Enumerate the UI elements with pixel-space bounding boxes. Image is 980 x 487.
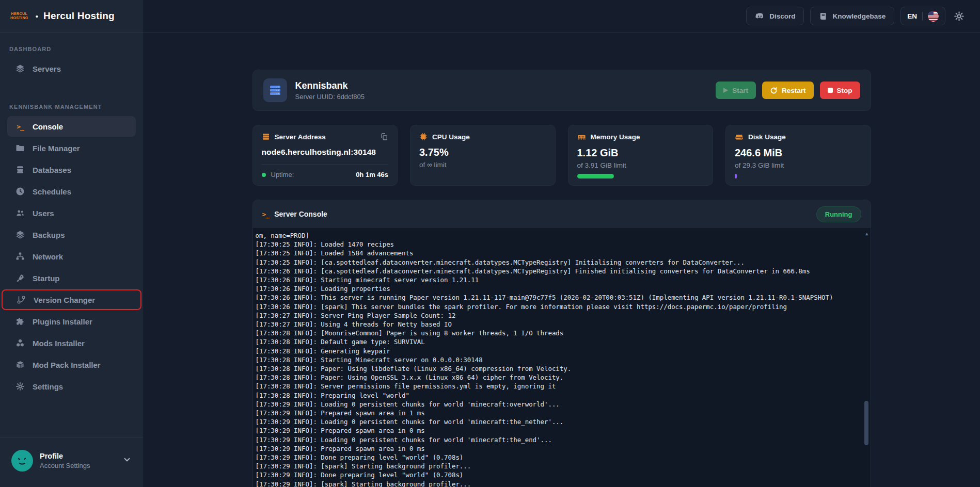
cpu-icon <box>419 133 428 141</box>
console-log-line: [17:30:26 INFO]: [ca.spottedleaf.datacon… <box>256 267 857 275</box>
server-address-value: node6.herculhosting.nl:30148 <box>262 148 389 157</box>
brand-logo-line2: HOSTING <box>10 16 28 20</box>
sidebar-item-network[interactable]: Network <box>7 246 136 267</box>
disk-limit: of 29.3 GiB limit <box>735 161 862 169</box>
sidebar-item-label: Databases <box>33 166 71 174</box>
console-log[interactable]: om, name=PROD][17:30:25 INFO]: Loaded 14… <box>253 228 871 487</box>
brand-logo-icon: HERCUL HOSTING <box>10 12 28 20</box>
git-branch-icon <box>17 295 26 304</box>
sidebar-item-settings[interactable]: Settings <box>7 376 136 397</box>
uptime-status-dot <box>262 173 266 177</box>
server-address-card: Server Address node6.herculhosting.nl:30… <box>252 125 398 186</box>
sidebar-item-label: Startup <box>33 274 60 283</box>
language-button[interactable]: EN <box>900 7 945 25</box>
profile-button[interactable]: Profile Account Settings <box>0 437 143 487</box>
folder-icon <box>15 143 25 153</box>
brand-bullet: • <box>36 12 38 21</box>
sidebar-item-backups[interactable]: Backups <box>7 224 136 245</box>
copy-icon[interactable] <box>380 133 388 141</box>
console-log-line: [17:30:26 INFO]: Starting minecraft serv… <box>256 275 857 284</box>
server-actions: Start Restart Stop <box>716 82 860 99</box>
sidebar-item-databases[interactable]: Databases <box>7 159 136 180</box>
network-icon <box>15 252 25 261</box>
server-uuid: Server UUID: 6ddcf805 <box>295 93 708 101</box>
layers-icon <box>15 64 25 73</box>
sidebar-item-label: Mods Installer <box>33 339 85 348</box>
stop-icon <box>828 88 833 93</box>
console-log-line: [17:30:29 INFO]: Loading 0 persistent ch… <box>256 400 857 409</box>
console-log-line: [17:30:28 INFO]: Paper: Using libdeflate… <box>256 364 857 373</box>
scroll-up-arrow-icon[interactable]: ▲ <box>865 230 868 238</box>
sidebar-item-mods-installer[interactable]: Mods Installer <box>7 333 136 353</box>
stop-label: Stop <box>837 87 852 94</box>
open-box-icon <box>15 360 25 369</box>
brand[interactable]: HERCUL HOSTING • Hercul Hosting <box>0 0 143 33</box>
sidebar-item-label: Network <box>33 252 63 261</box>
stop-button[interactable]: Stop <box>820 82 860 99</box>
server-address-icon <box>262 133 270 141</box>
sidebar-item-label: Mod Pack Installer <box>33 361 101 369</box>
memory-limit: of 3.91 GiB limit <box>577 161 704 169</box>
database-icon <box>15 165 25 174</box>
console-log-line: [17:30:29 INFO]: [spark] Starting backgr… <box>256 462 857 470</box>
disk-title: Disk Usage <box>748 133 862 141</box>
sidebar-item-servers[interactable]: Servers <box>7 58 136 79</box>
console-log-line: [17:30:25 INFO]: Loaded 1584 advancement… <box>256 249 857 257</box>
sidebar-item-label: Settings <box>33 382 63 391</box>
console-title: Server Console <box>274 210 811 218</box>
knowledgebase-button[interactable]: Knowledgebase <box>810 7 894 25</box>
console-log-line: [17:30:28 INFO]: Server permissions file… <box>256 382 857 391</box>
console-log-line: [17:30:28 INFO]: Preparing level "world" <box>256 391 857 400</box>
sidebar-item-console[interactable]: >_ Console <box>7 116 136 137</box>
memory-title: Memory Usage <box>591 133 704 141</box>
console-log-line: [17:30:26 INFO]: This server is running … <box>256 293 857 302</box>
console-log-line: [17:30:29 INFO]: Done preparing level "w… <box>256 453 857 462</box>
console-log-line: om, name=PROD] <box>256 231 857 240</box>
sidebar: HERCUL HOSTING • Hercul Hosting DASHBOAR… <box>0 0 143 487</box>
sidebar-item-label: Backups <box>33 231 65 239</box>
cpu-title: CPU Usage <box>432 133 546 141</box>
layers-icon <box>15 230 25 239</box>
sidebar-item-startup[interactable]: Startup <box>7 268 136 288</box>
restart-button[interactable]: Restart <box>762 82 814 99</box>
topbar: Discord Knowledgebase EN <box>143 0 980 33</box>
console-log-line: [17:30:29 INFO]: Prepared spawn area in … <box>256 444 857 453</box>
sidebar-item-label: Servers <box>33 64 61 73</box>
memory-progress-track <box>577 174 704 178</box>
memory-progress-bar <box>577 174 614 178</box>
server-name: Kennisbank <box>295 80 708 91</box>
memory-value: 1.12 GiB <box>577 147 704 159</box>
settings-gear-button[interactable] <box>952 9 967 24</box>
sidebar-item-mod-pack-installer[interactable]: Mod Pack Installer <box>7 354 136 375</box>
cubes-icon <box>15 338 25 348</box>
restart-icon <box>770 87 778 94</box>
sidebar-item-schedules[interactable]: Schedules <box>7 181 136 202</box>
us-flag-icon <box>928 11 939 22</box>
divider <box>262 164 389 165</box>
sidebar-item-version-changer[interactable]: Version Changer <box>2 289 141 310</box>
sidebar-item-label: Schedules <box>33 187 71 196</box>
start-button[interactable]: Start <box>716 82 756 99</box>
server-header-card: Kennisbank Server UUID: 6ddcf805 Start R… <box>252 70 871 111</box>
sidebar-item-plugins-installer[interactable]: Plugins Installer <box>7 311 136 332</box>
profile-subtitle: Account Settings <box>40 462 116 469</box>
start-label: Start <box>732 87 748 94</box>
memory-icon <box>577 133 586 141</box>
terminal-icon: >_ <box>262 210 270 218</box>
sidebar-nav: DASHBOARD Servers KENNISBANK MANAGEMENT … <box>0 33 143 437</box>
knowledgebase-label: Knowledgebase <box>832 12 886 20</box>
sidebar-item-file-manager[interactable]: File Manager <box>7 138 136 158</box>
separator <box>922 12 923 20</box>
console-scrollbar-thumb[interactable] <box>864 401 868 445</box>
cpu-value: 3.75% <box>419 147 546 158</box>
console-log-line: [17:30:28 INFO]: Generating keypair <box>256 347 857 355</box>
server-address-title: Server Address <box>275 133 376 141</box>
sidebar-item-users[interactable]: Users <box>7 203 136 223</box>
console-log-line: [17:30:27 INFO]: Server Ping Player Samp… <box>256 311 857 320</box>
sidebar-section-management: KENNISBANK MANAGEMENT <box>9 104 143 110</box>
console-log-line: [17:30:28 INFO]: Paper: Using OpenSSL 3.… <box>256 373 857 382</box>
discord-button[interactable]: Discord <box>746 7 804 25</box>
disk-progress-track <box>735 174 862 178</box>
console-log-line: [17:30:29 INFO]: Loading 0 persistent ch… <box>256 435 857 444</box>
console-log-line: [17:30:28 INFO]: [MoonriseCommon] Paper … <box>256 329 857 337</box>
